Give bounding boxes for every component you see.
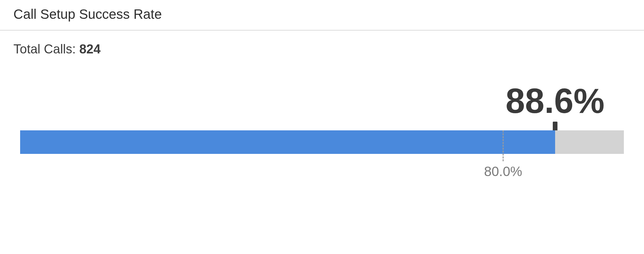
bar-track: [20, 130, 624, 154]
panel-title: Call Setup Success Rate: [0, 0, 644, 31]
bullet-chart: 88.6% 80.0%: [20, 56, 624, 187]
metric-panel: Call Setup Success Rate Total Calls: 824…: [0, 0, 644, 187]
value-label: 88.6%: [505, 83, 604, 118]
target-label: 80.0%: [484, 164, 522, 179]
panel-subtitle: Total Calls: 824: [0, 31, 644, 56]
bar-fill: [20, 130, 555, 154]
subtitle-value: 824: [79, 42, 100, 56]
target-marker: [503, 130, 504, 161]
subtitle-label: Total Calls:: [13, 42, 79, 56]
